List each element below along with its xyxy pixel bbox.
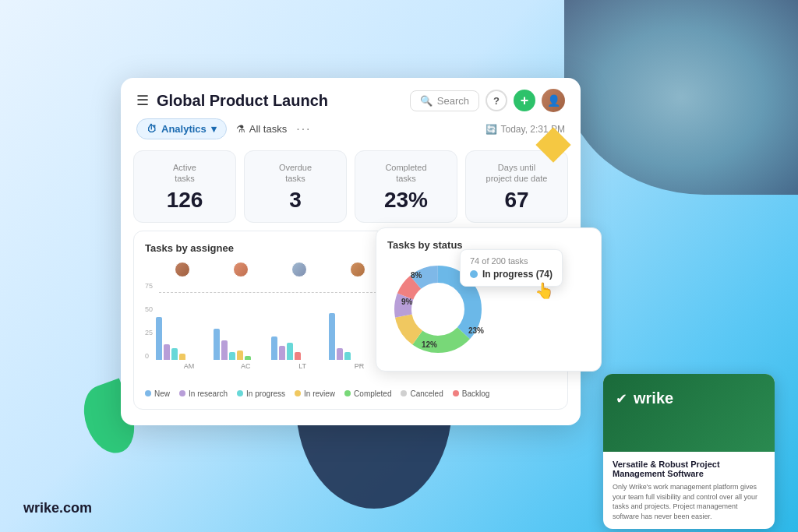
legend-canceled: Canceled xyxy=(401,389,443,398)
header-left: ☰ Global Product Launch xyxy=(136,92,328,110)
legend-in-research: In research xyxy=(179,389,228,398)
pie-label-23: 23% xyxy=(468,326,484,335)
header-bar: ☰ Global Product Launch 🔍 Search ? + 👤 xyxy=(121,78,581,118)
analytics-label: Analytics xyxy=(161,123,207,135)
wrike-logo-text: wrike xyxy=(634,389,673,407)
legend-in-research-label: In research xyxy=(189,389,228,398)
avatar-am xyxy=(175,262,190,277)
filter-icon: ⚗ xyxy=(236,123,245,135)
website-label: wrike.com xyxy=(23,500,92,516)
legend-new-label: New xyxy=(154,389,170,398)
x-label-ac: AC xyxy=(219,362,273,370)
add-button[interactable]: + xyxy=(514,90,535,111)
stat-overdue-label: Overduetasks xyxy=(254,162,337,185)
legend-completed: Completed xyxy=(344,389,391,398)
legend-in-review-label: In review xyxy=(304,389,335,398)
wrike-checkmark-icon: ✔ xyxy=(616,390,627,407)
search-placeholder: Search xyxy=(437,95,469,107)
legend-backlog-label: Backlog xyxy=(462,389,490,398)
legend-backlog: Backlog xyxy=(453,389,490,398)
stat-completed-tasks: Completedtasks 23% xyxy=(355,150,457,223)
stat-active-value: 126 xyxy=(143,189,226,211)
wrike-subtitle: Versatile & Robust Project Management So… xyxy=(613,460,765,478)
stat-completed-value: 23% xyxy=(365,189,447,211)
x-label-lt: LT xyxy=(276,362,330,370)
stat-overdue-value: 3 xyxy=(254,189,337,211)
help-button[interactable]: ? xyxy=(486,90,507,111)
pie-label-8: 8% xyxy=(411,271,422,280)
search-box[interactable]: 🔍 Search xyxy=(410,90,479,111)
stat-days-value: 67 xyxy=(475,189,558,211)
legend-in-progress: In progress xyxy=(237,389,285,398)
header-right: 🔍 Search ? + 👤 xyxy=(410,89,565,112)
wrike-body: Versatile & Robust Project Management So… xyxy=(603,452,775,529)
legend-completed-label: Completed xyxy=(354,389,391,398)
chevron-down-icon: ▾ xyxy=(211,123,217,135)
tooltip-dot xyxy=(470,270,478,278)
avatar[interactable]: 👤 xyxy=(542,89,565,112)
project-title: Global Product Launch xyxy=(157,92,328,110)
tooltip-label: In progress (74) xyxy=(482,269,553,280)
analytics-icon: ⏱ xyxy=(147,123,157,135)
bar-chart-legend: New In research In progress In review Co… xyxy=(145,389,556,398)
stats-row: Activetasks 126 Overduetasks 3 Completed… xyxy=(121,143,581,231)
wrike-logo: ✔ wrike xyxy=(616,389,762,407)
pie-label-9: 9% xyxy=(401,298,412,306)
stat-active-label: Activetasks xyxy=(143,162,226,185)
x-label-am: AM xyxy=(162,362,216,370)
search-icon: 🔍 xyxy=(420,95,433,107)
avatar-ac xyxy=(233,262,249,277)
tooltip-header: 74 of 200 tasks xyxy=(470,256,553,266)
bar-group-am xyxy=(156,317,210,360)
analytics-button[interactable]: ⏱ Analytics ▾ xyxy=(136,118,227,139)
toolbar-row: ⏱ Analytics ▾ ⚗ All tasks ··· 🔄 Today, 2… xyxy=(121,118,581,143)
more-options-button[interactable]: ··· xyxy=(296,122,311,136)
filter-button[interactable]: ⚗ All tasks xyxy=(236,123,287,135)
legend-canceled-label: Canceled xyxy=(410,389,443,398)
wrike-card: ✔ wrike Versatile & Robust Project Manag… xyxy=(603,374,775,529)
cursor-icon: 👆 xyxy=(535,281,554,300)
wrike-description: Only Wrike's work management platform gi… xyxy=(613,482,765,521)
stat-completed-label: Completedtasks xyxy=(365,162,447,185)
avatar-lt xyxy=(291,262,307,277)
pie-label-12: 12% xyxy=(422,340,437,349)
wrike-header: ✔ wrike xyxy=(603,374,775,452)
bar-group-ac xyxy=(214,329,268,360)
tooltip-item: In progress (74) xyxy=(470,269,553,280)
filter-label: All tasks xyxy=(249,123,287,135)
stat-overdue-tasks: Overduetasks 3 xyxy=(244,150,347,223)
stat-days-label: Days untilproject due date xyxy=(475,162,558,185)
sync-icon: 🔄 xyxy=(486,124,497,135)
hamburger-icon[interactable]: ☰ xyxy=(136,92,149,109)
pie-tooltip: 74 of 200 tasks In progress (74) 👆 xyxy=(460,249,563,287)
avatar-pr xyxy=(350,262,365,277)
legend-in-review: In review xyxy=(295,389,335,398)
bar-group-lt xyxy=(271,336,326,360)
legend-new: New xyxy=(145,389,170,398)
stat-active-tasks: Activetasks 126 xyxy=(133,150,236,223)
legend-in-progress-label: In progress xyxy=(246,389,285,398)
